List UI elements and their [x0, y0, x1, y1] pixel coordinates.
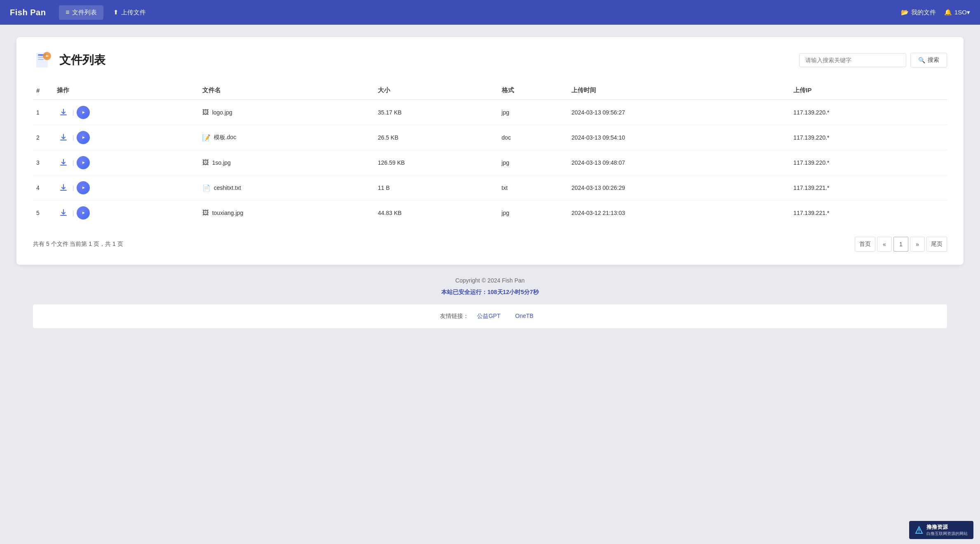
- preview-button[interactable]: [77, 106, 90, 119]
- filename-text: touxiang.jpg: [212, 210, 243, 216]
- col-format: 格式: [498, 82, 568, 100]
- nav-upload[interactable]: ⬆ 上传文件: [107, 5, 152, 20]
- uptime-text: 本站已安全运行：108天12小时5分7秒: [16, 286, 964, 298]
- page-icon: [33, 50, 53, 70]
- col-action: 操作: [54, 82, 199, 100]
- header-right: 📂 我的文件 🔔 1SO▾: [901, 9, 970, 16]
- header-nav: ≡ 文件列表 ⬆ 上传文件: [59, 5, 901, 20]
- page-next-btn[interactable]: »: [910, 237, 925, 252]
- cell-index: 1: [33, 100, 54, 125]
- cell-action: |: [54, 201, 199, 226]
- file-type-icon: 📝: [202, 134, 211, 142]
- nav-upload-label: 上传文件: [121, 9, 146, 16]
- svg-rect-3: [38, 59, 44, 60]
- cell-format: jpg: [498, 100, 568, 125]
- cell-size: 126.59 KB: [374, 150, 498, 175]
- search-button-label: 搜索: [928, 56, 939, 64]
- cell-upload-ip: 117.139.220.*: [790, 100, 947, 125]
- file-type-icon: 📄: [202, 184, 211, 192]
- search-input[interactable]: [799, 53, 906, 67]
- page-prev-btn[interactable]: «: [877, 237, 892, 252]
- download-button[interactable]: [57, 106, 70, 119]
- table-footer: 共有 5 个文件 当前第 1 页，共 1 页 首页 « 1 » 尾页: [33, 237, 947, 252]
- cell-action: |: [54, 100, 199, 125]
- download-button[interactable]: [57, 181, 70, 194]
- upload-icon: ⬆: [113, 9, 119, 16]
- cell-index: 4: [33, 175, 54, 201]
- page-title: 文件列表: [59, 52, 105, 68]
- action-separator: |: [73, 109, 74, 116]
- preview-button[interactable]: [77, 206, 90, 219]
- cell-size: 26.5 KB: [374, 125, 498, 150]
- col-index: #: [33, 82, 54, 100]
- cell-filename: 📝 模板.doc: [199, 125, 374, 150]
- cell-action: |: [54, 175, 199, 201]
- app-header: Fish Pan ≡ 文件列表 ⬆ 上传文件 📂 我的文件 🔔 1SO▾: [0, 0, 980, 25]
- copyright-text: Copyright © 2024 Fish Pan: [16, 275, 964, 286]
- page-current-btn[interactable]: 1: [893, 237, 908, 252]
- table-row: 1 |: [33, 100, 947, 125]
- filename-text: logo.jpg: [212, 109, 232, 116]
- cell-action: |: [54, 150, 199, 175]
- col-upload-time: 上传时间: [568, 82, 790, 100]
- watermark-icon: [915, 526, 923, 534]
- col-upload-ip: 上传IP: [790, 82, 947, 100]
- search-area: 🔍 搜索: [799, 53, 947, 68]
- search-icon: 🔍: [918, 57, 925, 63]
- cell-size: 11 B: [374, 175, 498, 201]
- table-row: 3 |: [33, 150, 947, 175]
- search-button[interactable]: 🔍 搜索: [910, 53, 947, 68]
- preview-button[interactable]: [77, 156, 90, 169]
- table-header-row: # 操作 文件名 大小 格式 上传时间 上传IP: [33, 82, 947, 100]
- table-row: 2 |: [33, 125, 947, 150]
- user-label: 1SO▾: [954, 9, 970, 16]
- cell-format: jpg: [498, 150, 568, 175]
- cell-index: 5: [33, 201, 54, 226]
- download-button[interactable]: [57, 131, 70, 144]
- links-footer: 友情链接： 公益GPT OneTB: [33, 304, 947, 328]
- card-header: 文件列表 🔍 搜索: [33, 50, 947, 70]
- cell-index: 2: [33, 125, 54, 150]
- preview-button[interactable]: [77, 181, 90, 194]
- user-menu-button[interactable]: 🔔 1SO▾: [944, 9, 970, 16]
- col-size: 大小: [374, 82, 498, 100]
- pagination: 首页 « 1 » 尾页: [855, 237, 947, 252]
- footer: Copyright © 2024 Fish Pan 本站已安全运行：108天12…: [16, 265, 964, 304]
- download-button[interactable]: [57, 156, 70, 169]
- preview-button[interactable]: [77, 131, 90, 144]
- cell-filename: 🖼 1so.jpg: [199, 150, 374, 175]
- my-files-button[interactable]: 📂 我的文件: [901, 9, 936, 16]
- nav-file-list-label: 文件列表: [72, 9, 97, 16]
- my-files-label: 我的文件: [911, 9, 936, 16]
- cell-upload-time: 2024-03-13 09:54:10: [568, 125, 790, 150]
- watermark-subtitle: 白撸互联网资源的网站: [926, 531, 968, 537]
- page-last-btn[interactable]: 尾页: [926, 237, 947, 252]
- col-filename: 文件名: [199, 82, 374, 100]
- file-type-icon: 🖼: [202, 109, 209, 116]
- cell-size: 35.17 KB: [374, 100, 498, 125]
- link-onetb[interactable]: OneTB: [515, 313, 533, 319]
- table-body: 1 |: [33, 100, 947, 225]
- main-content: 文件列表 🔍 搜索 # 操作 文件名 大小 格式 上传时间: [0, 25, 980, 349]
- cell-upload-ip: 117.139.221.*: [790, 175, 947, 201]
- cell-upload-ip: 117.139.221.*: [790, 201, 947, 226]
- svg-point-17: [919, 532, 919, 532]
- page-first-btn[interactable]: 首页: [855, 237, 875, 252]
- cell-action: |: [54, 125, 199, 150]
- uptime-value: 108天12小时5分7秒: [487, 289, 539, 295]
- cell-format: txt: [498, 175, 568, 201]
- file-list-card: 文件列表 🔍 搜索 # 操作 文件名 大小 格式 上传时间: [16, 37, 964, 265]
- link-gpt[interactable]: 公益GPT: [477, 313, 501, 319]
- action-separator: |: [73, 134, 74, 141]
- links-label: 友情链接：: [440, 313, 469, 319]
- download-button[interactable]: [57, 206, 70, 219]
- cell-index: 3: [33, 150, 54, 175]
- uptime-label: 本站已安全运行：: [441, 289, 487, 295]
- filename-text: ceshitxt.txt: [214, 184, 241, 191]
- action-separator: |: [73, 184, 74, 191]
- watermark: 撸撸资源 白撸互联网资源的网站: [909, 521, 973, 539]
- table-head: # 操作 文件名 大小 格式 上传时间 上传IP: [33, 82, 947, 100]
- cell-size: 44.83 KB: [374, 201, 498, 226]
- nav-file-list[interactable]: ≡ 文件列表: [59, 5, 103, 20]
- cell-upload-time: 2024-03-13 09:56:27: [568, 100, 790, 125]
